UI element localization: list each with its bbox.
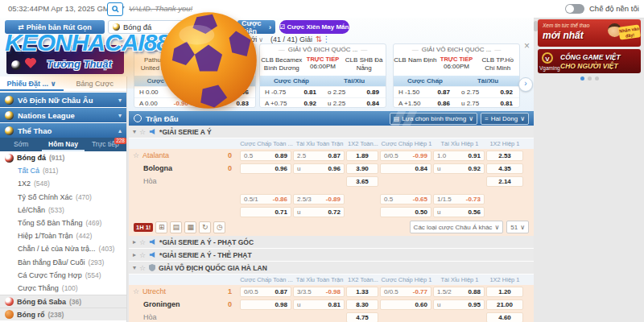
sidebar-item-sports[interactable]: Thể Thao▴	[0, 123, 126, 138]
sidebar-item-half-odd-even[interactable]: Chẵn / Lẻ của Nửa trậ...(403)	[0, 242, 126, 255]
sidebar-item-nations-league[interactable]: Nations League▾	[0, 108, 126, 122]
odds-cell[interactable]: u0.81	[293, 299, 345, 310]
carousel-dot[interactable]	[595, 76, 599, 80]
favorite-star-icon[interactable]: ☆	[139, 238, 146, 246]
odds-cell[interactable]: 0.71	[240, 207, 291, 217]
stats-icon[interactable]: ▦	[184, 221, 196, 233]
featured-match-card[interactable]: —GIẢI VÔ ĐỊCH QUỐC ...— CLB Becamex Bình…	[259, 43, 386, 108]
odds-value[interactable]: 0.92	[294, 100, 323, 107]
sidebar-item-1x2[interactable]: 1X2(548)	[0, 177, 126, 190]
sidebar-item-football[interactable]: Bóng đá(911)	[0, 151, 126, 164]
odds-cell[interactable]: 4.75	[346, 312, 378, 322]
league-row-eredivisie[interactable]: ▾ ☆ GIẢI VÔ ĐỊCH QUỐC GIA HÀ LAN	[129, 262, 534, 275]
odds-cell[interactable]: 1.33	[346, 287, 378, 297]
carousel-dot[interactable]	[588, 76, 592, 80]
team-name: Atalanta	[142, 151, 169, 159]
odds-cell[interactable]: 3.90	[346, 163, 378, 174]
refresh-icon[interactable]: ↻	[199, 221, 211, 233]
tab-early[interactable]: Sớm	[0, 138, 42, 151]
row-mode-select[interactable]: =Hai Dòng∨	[481, 113, 529, 125]
odds-cell[interactable]: 8.30	[346, 299, 378, 310]
odds-cell[interactable]: u0.95	[433, 299, 485, 310]
sidebar-item-mix-parlay[interactable]: Cá Cược Tổng Hợp(554)	[0, 269, 126, 282]
odds-value[interactable]: 0.89	[357, 89, 386, 96]
sidebar-item-womens-euro[interactable]: Vô Địch Nữ Châu Âu▾	[0, 93, 126, 107]
tab-today[interactable]: Hôm Nay	[42, 138, 84, 151]
dark-mode-toggle[interactable]	[565, 4, 584, 14]
league-row-corners[interactable]: ▸ ☆ *GIẢI SERIE A Ý - PHẠT GÓC	[129, 236, 534, 249]
odds-cell[interactable]: 2.14	[486, 176, 523, 187]
odds-cell[interactable]: 1/1.5-0.73	[433, 194, 485, 204]
odds-cell[interactable]: 0.60	[380, 299, 431, 310]
odds-cell[interactable]: 2.5/3-0.89	[293, 194, 345, 204]
favorite-star-icon[interactable]: ☆	[139, 128, 146, 136]
favorite-star-icon[interactable]: ☆	[139, 264, 146, 272]
team-name: Bologna	[143, 164, 172, 172]
odds-cell[interactable]: 0/0.5-0.99	[380, 151, 431, 161]
odds-cell[interactable]: 0.98	[240, 299, 291, 310]
search-button[interactable]	[107, 2, 123, 16]
odds-cell[interactable]: 3.65	[346, 176, 378, 187]
carousel-dot[interactable]	[580, 76, 584, 80]
vgaming-ad-banner[interactable]: V Vgaming CỔNG GAME VIỆT CHO NGƯỜI VIỆT	[538, 49, 641, 73]
history-icon[interactable]: ◷	[213, 221, 225, 233]
odds-value[interactable]: 0.87	[427, 89, 456, 96]
league-row-serie-a[interactable]: ▾ ☆ *GIẢI SERIE A Ý	[129, 126, 534, 138]
odds-value[interactable]: 0.81	[294, 89, 323, 96]
odds-value[interactable]: 0.84	[357, 100, 386, 107]
odds-cell[interactable]: 0/0.5-0.77	[380, 287, 431, 297]
odds-cell[interactable]: 2.53	[486, 151, 523, 161]
odds-cell[interactable]: 1.89	[346, 151, 378, 161]
odds-cell[interactable]: u0.96	[293, 163, 345, 174]
odds-cell[interactable]: u0.56	[433, 207, 485, 217]
other-asian-bets-select[interactable]: Các loại cược Châu Á khác∨	[410, 221, 504, 233]
close-icon[interactable]: ×	[524, 40, 530, 52]
league-row-bookings[interactable]: ▸ ☆ *GIẢI SERIE A Ý - THẺ PHẠT	[129, 249, 534, 262]
odds-cell[interactable]: u0.92	[433, 163, 485, 174]
sidebar-item-odd-even[interactable]: Lẻ/Chẵn(533)	[0, 204, 126, 217]
odds-cell[interactable]: 0.84	[380, 163, 431, 174]
news-ad-banner[interactable]: Xem tin tức thể thao mới nhất Nhấn vào đ…	[538, 19, 641, 47]
sidebar-item-first-last-goal[interactable]: Bàn thắng Đầu/ Cuối(293)	[0, 256, 126, 269]
tab-bet-slip[interactable]: Phiếu Đặt ... ∨	[0, 76, 64, 91]
odds-cell[interactable]: 3/3.5-0.98	[293, 287, 345, 297]
sort-order-icon[interactable]: ⇅⋮	[316, 35, 330, 43]
sidebar-item-total-goals[interactable]: Tổng Số Bàn Thắng(469)	[0, 217, 126, 229]
featured-match-card[interactable]: —GIẢI VÔ ĐỊCH QUỐC ...— CLB Nam Định TRỰ…	[393, 43, 520, 108]
markets-grid-icon[interactable]: ⊞	[155, 221, 167, 233]
odds-cell[interactable]: u0.72	[293, 207, 345, 217]
sidebar-item-all[interactable]: Tất Cả(811)	[0, 164, 126, 177]
favorite-star-icon[interactable]: ☆	[133, 287, 139, 295]
odds-cell[interactable]: 0.5/1-0.86	[240, 194, 291, 204]
odds-cell[interactable]: 1.5/20.88	[433, 287, 485, 297]
odds-value[interactable]: 0.81	[490, 100, 519, 107]
odds-cell[interactable]: 2.50.87	[293, 151, 345, 161]
market-count-select[interactable]: 51∨	[506, 221, 529, 233]
chevron-down-icon: ∨	[51, 80, 56, 88]
favorite-star-icon[interactable]: ☆	[133, 151, 139, 159]
odds-cell[interactable]: 21.00	[486, 299, 523, 310]
lucky-parlay-button[interactable]: ⚂ Cược Xiên May Mắn	[279, 20, 349, 34]
odds-cell[interactable]: 4.60	[486, 312, 523, 322]
sidebar-item-basketball[interactable]: Bóng rổ(238)	[0, 308, 126, 320]
odds-cell[interactable]: 0.96	[240, 163, 291, 174]
sidebar-item-outright[interactable]: Cược Thắng(100)	[0, 282, 126, 295]
odds-value[interactable]: 0.86	[427, 100, 456, 107]
carousel-next-button[interactable]: ›	[518, 77, 533, 92]
odds-cell[interactable]: 0/0.50.87	[240, 287, 291, 297]
odds-cell[interactable]: 0.5-0.65	[380, 194, 431, 204]
sidebar-item-correct-score[interactable]: Tỷ Số Chính Xác(470)	[0, 191, 126, 204]
tab-bet-board[interactable]: Bảng Cược	[64, 76, 127, 91]
odds-cell[interactable]: 0.50	[380, 207, 431, 217]
sidebar-item-saba-football[interactable]: Bóng Đá Saba(36)	[0, 295, 126, 308]
odds-cell[interactable]: 1.00.91	[433, 151, 485, 161]
odds-cell[interactable]: 0.50.89	[240, 151, 291, 161]
megaphone-icon	[149, 128, 156, 135]
odds-cell[interactable]: 4.35	[486, 163, 523, 174]
odds-cell[interactable]: 1.20	[486, 287, 523, 297]
list-view-icon[interactable]: ▤	[170, 221, 182, 233]
odds-value[interactable]: 0.92	[490, 89, 519, 96]
sidebar-item-ht-ft[interactable]: Hiệp 1/Toàn Trận(442)	[0, 229, 126, 242]
tab-live[interactable]: Trực tiếp228	[85, 138, 126, 151]
favorite-star-icon[interactable]: ☆	[139, 251, 146, 259]
